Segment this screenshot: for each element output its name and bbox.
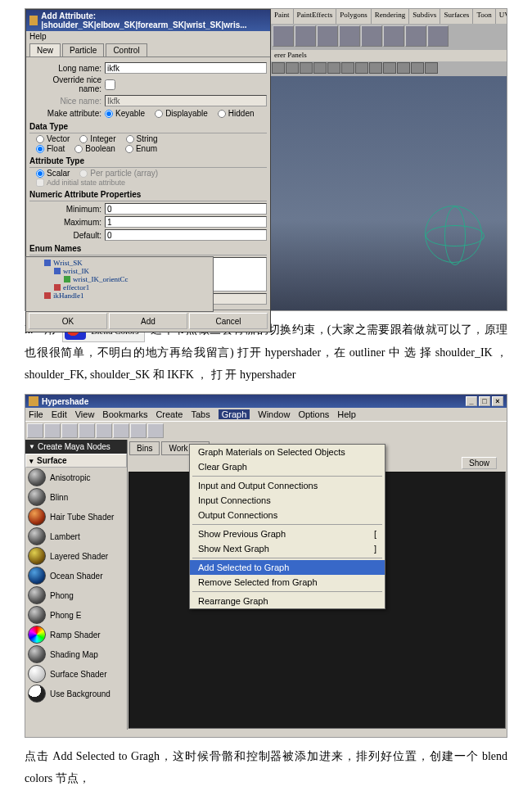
menu-window[interactable]: Window bbox=[258, 409, 290, 419]
shelf-icon[interactable] bbox=[427, 25, 449, 47]
menu-show-next[interactable]: Show Next Graph] bbox=[190, 541, 385, 556]
menu-tabs[interactable]: Tabs bbox=[191, 409, 210, 419]
shader-phong[interactable]: Phong bbox=[25, 585, 127, 605]
vp-icon[interactable] bbox=[327, 62, 340, 74]
shader-anisotropic[interactable]: Anisotropic bbox=[25, 468, 127, 487]
help-menu[interactable]: Help bbox=[26, 31, 270, 42]
menu-create[interactable]: Create bbox=[156, 409, 183, 419]
menu-help[interactable]: Help bbox=[337, 409, 356, 419]
toolbar-icon[interactable] bbox=[79, 423, 95, 438]
minimum-input[interactable] bbox=[105, 203, 267, 215]
create-nodes-header[interactable]: Create Maya Nodes bbox=[25, 440, 127, 454]
vp-icon[interactable] bbox=[425, 62, 438, 74]
menu-graph-materials[interactable]: Graph Materials on Selected Objects bbox=[190, 445, 385, 459]
shader-ramp[interactable]: Ramp Shader bbox=[25, 625, 127, 644]
vp-icon[interactable] bbox=[313, 62, 327, 74]
vp-icon[interactable] bbox=[369, 62, 382, 74]
shader-ocean[interactable]: Ocean Shader bbox=[25, 566, 127, 585]
vp-icon[interactable] bbox=[397, 62, 410, 74]
radio-scalar[interactable]: Scalar bbox=[36, 169, 70, 178]
menu-edit[interactable]: Edit bbox=[52, 409, 67, 419]
toolbar-icon[interactable] bbox=[113, 423, 129, 438]
tab-new[interactable]: New bbox=[29, 43, 61, 56]
radio-enum[interactable]: Enum bbox=[125, 144, 157, 153]
shelf-tab[interactable]: Paint bbox=[271, 9, 294, 24]
shelf-icon[interactable] bbox=[273, 25, 294, 47]
vp-icon[interactable] bbox=[272, 62, 285, 74]
tab-particle[interactable]: Particle bbox=[62, 43, 104, 56]
tab-control[interactable]: Control bbox=[106, 43, 147, 56]
outliner-item[interactable]: Wrist_SK bbox=[53, 259, 83, 267]
shader-surface[interactable]: Surface Shader bbox=[25, 664, 127, 684]
radio-displayable[interactable]: Displayable bbox=[155, 109, 208, 118]
radio-float[interactable]: Float bbox=[36, 144, 65, 153]
shelf-tab[interactable]: UVLayout bbox=[496, 9, 507, 24]
shelf-tab[interactable]: Rendering bbox=[372, 9, 410, 24]
menu-options[interactable]: Options bbox=[298, 409, 329, 419]
dialog-titlebar[interactable]: Add Attribute: |shoulder_SK|elbow_SK|for… bbox=[26, 10, 270, 31]
surface-category[interactable]: Surface bbox=[25, 454, 127, 468]
hypershade-titlebar[interactable]: Hypershade _ □ × bbox=[25, 395, 507, 408]
maximize-icon[interactable]: □ bbox=[479, 396, 490, 406]
shelf-tab[interactable]: Subdivs bbox=[409, 9, 440, 24]
menu-view[interactable]: View bbox=[75, 409, 95, 419]
shelf-icon[interactable] bbox=[339, 25, 360, 47]
shelf-icon[interactable] bbox=[317, 25, 338, 47]
menu-remove-selected[interactable]: Remove Selected from Graph bbox=[190, 575, 385, 590]
menu-rearrange[interactable]: Rearrange Graph bbox=[190, 594, 385, 608]
shader-shadingmap[interactable]: Shading Map bbox=[25, 644, 127, 664]
shelf-icon[interactable] bbox=[361, 25, 382, 47]
shelf-icon[interactable] bbox=[383, 25, 404, 47]
toolbar-icon[interactable] bbox=[147, 423, 164, 438]
radio-hidden[interactable]: Hidden bbox=[218, 109, 255, 118]
panels-menu-row[interactable]: erer Panels bbox=[271, 50, 507, 61]
add-button[interactable]: Add bbox=[109, 313, 187, 329]
vp-icon[interactable] bbox=[341, 62, 354, 74]
outliner-item[interactable]: ikHandle1 bbox=[53, 292, 84, 300]
show-button[interactable]: Show bbox=[462, 457, 497, 469]
radio-boolean[interactable]: Boolean bbox=[74, 144, 115, 153]
radio-keyable[interactable]: Keyable bbox=[105, 109, 145, 118]
maximum-input[interactable] bbox=[105, 216, 267, 228]
toolbar-icon[interactable] bbox=[96, 423, 112, 438]
menu-file[interactable]: File bbox=[29, 409, 43, 419]
toolbar-icon[interactable] bbox=[61, 423, 78, 438]
shader-hairtube[interactable]: Hair Tube Shader bbox=[25, 507, 127, 527]
minimize-icon[interactable]: _ bbox=[466, 396, 477, 406]
vp-icon[interactable] bbox=[411, 62, 424, 74]
cancel-button[interactable]: Cancel bbox=[189, 313, 268, 329]
shader-usebackground[interactable]: Use Background bbox=[25, 684, 127, 703]
shader-blinn[interactable]: Blinn bbox=[25, 487, 127, 507]
toolbar-icon[interactable] bbox=[44, 423, 61, 438]
shelf-tab[interactable]: Toon bbox=[473, 9, 495, 24]
shader-lambert[interactable]: Lambert bbox=[25, 527, 127, 546]
ok-button[interactable]: OK bbox=[29, 313, 107, 329]
outliner-item[interactable]: effector1 bbox=[63, 283, 89, 292]
default-input[interactable] bbox=[105, 229, 267, 241]
outliner-item[interactable]: wrist_IK_orientCc bbox=[73, 275, 128, 283]
vp-icon[interactable] bbox=[286, 62, 299, 74]
menu-clear-graph[interactable]: Clear Graph bbox=[190, 459, 385, 474]
shelf-icon[interactable] bbox=[405, 25, 426, 47]
outliner-item[interactable]: wrist_IK bbox=[63, 267, 89, 275]
radio-integer[interactable]: Integer bbox=[79, 134, 115, 143]
shelf-tab[interactable]: Polygons bbox=[336, 9, 372, 24]
shelf-tab[interactable]: Surfaces bbox=[440, 9, 473, 24]
menu-io-connections[interactable]: Input and Output Connections bbox=[190, 478, 385, 493]
radio-vector[interactable]: Vector bbox=[36, 134, 70, 143]
outliner-panel[interactable]: Wrist_SK wrist_IK wrist_IK_orientCc effe… bbox=[25, 256, 214, 312]
menu-bookmarks[interactable]: Bookmarks bbox=[102, 409, 147, 419]
vp-icon[interactable] bbox=[383, 62, 396, 74]
toolbar-icon[interactable] bbox=[27, 423, 43, 438]
menu-output-connections[interactable]: Output Connections bbox=[190, 508, 385, 522]
shader-layered[interactable]: Layered Shader bbox=[25, 546, 127, 566]
toolbar-icon[interactable] bbox=[130, 423, 147, 438]
menu-input-connections[interactable]: Input Connections bbox=[190, 493, 385, 508]
close-icon[interactable]: × bbox=[492, 396, 503, 406]
menu-graph[interactable]: Graph bbox=[219, 409, 250, 419]
shelf-tab[interactable]: PaintEffects bbox=[294, 9, 337, 24]
shader-phong-e[interactable]: Phong E bbox=[25, 605, 127, 625]
vp-icon[interactable] bbox=[300, 62, 313, 74]
radio-string[interactable]: String bbox=[126, 134, 158, 143]
tab-bins[interactable]: Bins bbox=[129, 441, 160, 455]
